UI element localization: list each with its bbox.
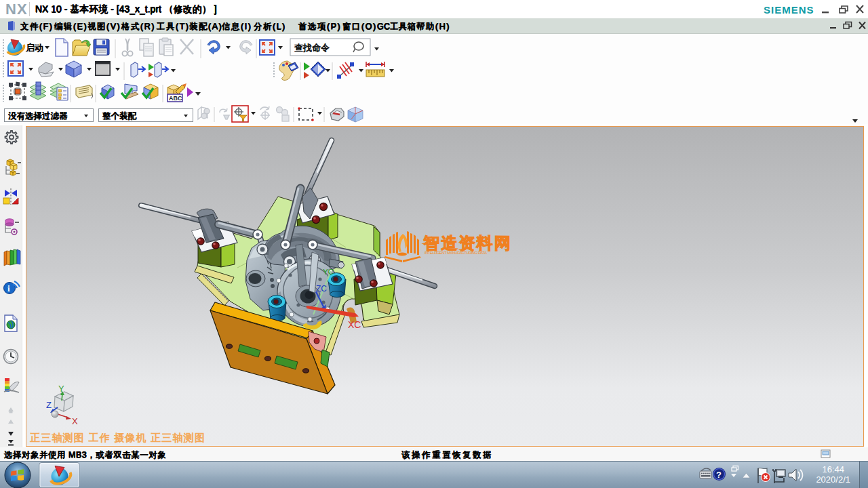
svg-text:Z: Z [46,400,52,410]
svg-text:正三轴测图 工作 摄像机 正三轴测图: 正三轴测图 工作 摄像机 正三轴测图 [30,432,205,443]
svg-text:X: X [72,416,78,426]
svg-text:智造资料网: 智造资料网 [422,234,512,252]
svg-text:ZC: ZC [316,284,327,293]
svg-text:?: ? [716,470,722,480]
svg-text:INTELLIGENT MANUFACTURING DATA: INTELLIGENT MANUFACTURING DATA [425,251,487,255]
svg-text:XC: XC [348,319,361,330]
svg-text:YC: YC [323,268,334,276]
svg-text:Y: Y [58,384,64,394]
